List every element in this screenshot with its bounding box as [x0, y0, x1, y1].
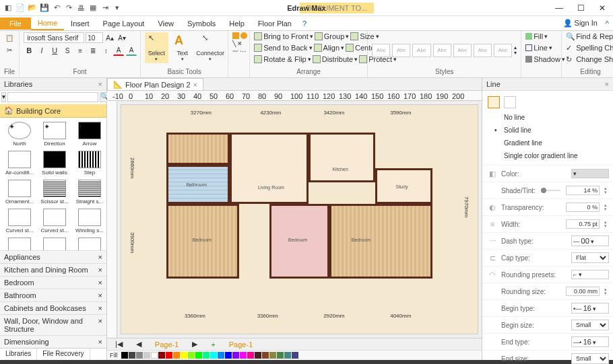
spelling-check-button[interactable]: ✓Spelling Check: [566, 44, 613, 52]
cat-dimensioning[interactable]: Dimensioning×: [0, 335, 106, 348]
cut-icon[interactable]: ✂: [4, 44, 15, 55]
color-swatch[interactable]: [240, 352, 247, 359]
shape-ornament[interactable]: Ornament...: [3, 178, 36, 206]
font-size-combo[interactable]: [86, 32, 103, 43]
italic-button[interactable]: I: [36, 45, 47, 56]
cap-select[interactable]: Flat: [571, 252, 609, 263]
strike-button[interactable]: S: [62, 45, 73, 56]
shape-curved1[interactable]: Curved st...: [3, 207, 36, 235]
style-swatch[interactable]: Abc: [412, 44, 430, 57]
room-bathroom[interactable]: Bathroom: [166, 165, 230, 204]
find-replace-button[interactable]: 🔍Find & Replace: [566, 32, 613, 40]
color-swatch[interactable]: [195, 352, 202, 359]
page-prev-icon[interactable]: ◀: [131, 339, 147, 349]
color-swatch[interactable]: [255, 352, 261, 359]
shape-extra3[interactable]: [73, 236, 106, 250]
cat-cabinets[interactable]: Cabinets and Bookcases×: [0, 301, 106, 314]
file-menu-button[interactable]: File: [0, 17, 31, 30]
shade-input[interactable]: [566, 186, 600, 195]
tab-view[interactable]: View: [151, 17, 181, 30]
change-shape-button[interactable]: ↻Change Shape ▾: [566, 55, 613, 63]
qat-undo-icon[interactable]: ↶: [51, 3, 62, 13]
font-name-combo[interactable]: [24, 32, 84, 43]
font-shrink-icon[interactable]: A▾: [117, 32, 127, 43]
color-swatch[interactable]: [136, 352, 143, 359]
align-arr-icon[interactable]: [314, 44, 322, 52]
cat-wall-door[interactable]: Wall, Door, Window and Structure×: [0, 314, 106, 335]
style-swatch[interactable]: Abc: [453, 44, 472, 57]
qat-print-icon[interactable]: 🖶: [75, 3, 86, 13]
tab-insert[interactable]: Insert: [64, 17, 96, 30]
shape-curve-icon[interactable]: 〰: [232, 48, 238, 55]
shape-extra2[interactable]: [38, 236, 71, 250]
close-panel-icon[interactable]: ×: [605, 80, 609, 88]
page-tab-1b[interactable]: Page-1: [224, 340, 258, 349]
shape-line-icon[interactable]: ╲: [232, 40, 236, 47]
color-swatch[interactable]: [218, 352, 224, 359]
qat-export-icon[interactable]: ⇥: [100, 3, 110, 13]
line-opt-single-gradient[interactable]: Single color gradient line: [488, 149, 608, 162]
color-swatch[interactable]: [151, 352, 158, 359]
line-opt-solid[interactable]: Solid line: [488, 124, 608, 137]
canvas-scroll[interactable]: 3270mm 4230mm 3420mm 3590mm 3360mm 3360m…: [107, 101, 482, 338]
qat-preview-icon[interactable]: ▦: [88, 3, 98, 13]
shape-air-cond[interactable]: Air-conditi...: [3, 149, 36, 177]
color-swatch[interactable]: [262, 352, 269, 359]
width-input[interactable]: [566, 219, 600, 229]
text-tool[interactable]: AText▾: [171, 32, 195, 63]
style-swatch[interactable]: Abc: [372, 44, 390, 57]
color-swatch[interactable]: [166, 352, 172, 359]
tab-help[interactable]: Help: [222, 17, 251, 30]
align-icon[interactable]: ≣: [88, 45, 98, 56]
distribute-icon[interactable]: [313, 55, 321, 63]
page-tab-1[interactable]: Page-1: [150, 340, 184, 349]
room-study[interactable]: Study: [375, 168, 432, 204]
style-swatch[interactable]: Abc: [474, 44, 492, 57]
shape-curved2[interactable]: Curved st...: [38, 207, 71, 235]
minimize-button[interactable]: —: [551, 3, 567, 13]
shape-extra1[interactable]: [3, 236, 36, 250]
doc-tab-active[interactable]: 📐Floor Plan Design 2×: [107, 78, 203, 90]
bring-front-icon[interactable]: [254, 32, 262, 40]
shade-slider[interactable]: [541, 190, 560, 191]
connector-tool[interactable]: ⤡Connector▾: [197, 32, 224, 63]
style-scroll[interactable]: ▴▾: [514, 45, 517, 56]
qat-save-icon[interactable]: 💾: [39, 3, 50, 13]
style-swatch[interactable]: Abc: [433, 44, 451, 57]
shape-north[interactable]: ✦North: [3, 120, 36, 148]
color-swatch[interactable]: [269, 352, 276, 359]
close-panel-icon[interactable]: ×: [98, 80, 102, 88]
color-swatch[interactable]: [284, 352, 291, 359]
style-swatch[interactable]: Abc: [392, 44, 410, 57]
font-color-icon[interactable]: A: [113, 45, 124, 56]
room-bedroom3[interactable]: Bedroom: [329, 204, 432, 279]
color-swatch[interactable]: [203, 352, 209, 359]
line-opt-none[interactable]: No line: [488, 111, 608, 124]
group-icon[interactable]: [315, 32, 323, 40]
qat-open-icon[interactable]: 📂: [27, 3, 38, 13]
rpreset-select[interactable]: ⌐ ▾: [571, 270, 609, 279]
color-swatch[interactable]: [129, 352, 135, 359]
qat-dropdown-icon[interactable]: ▾: [112, 3, 123, 13]
room-kitchen[interactable]: Kitchen: [309, 133, 375, 182]
cat-bedroom[interactable]: Bedroom×: [0, 276, 106, 289]
color-swatch[interactable]: [188, 352, 195, 359]
canvas[interactable]: 3270mm 4230mm 3420mm 3590mm 3360mm 3360m…: [121, 104, 478, 334]
color-swatch[interactable]: [247, 352, 254, 359]
highlight-icon[interactable]: A: [126, 45, 137, 56]
cat-appliances[interactable]: Appliances×: [0, 250, 106, 263]
page-first-icon[interactable]: |◀: [110, 339, 128, 349]
line-tab-icon[interactable]: [488, 96, 500, 108]
maximize-button[interactable]: ☐: [573, 3, 589, 13]
qat-logo[interactable]: ◧: [3, 3, 13, 13]
library-dropdown-icon[interactable]: ▾: [1, 92, 6, 102]
shape-direction[interactable]: ✦Direction: [38, 120, 71, 148]
dash-select[interactable]: — 00 ▾: [571, 235, 609, 246]
size-icon[interactable]: [350, 32, 358, 40]
room-bedroom1[interactable]: Bedroom: [166, 204, 239, 279]
cat-kitchen[interactable]: Kitchen and Dining Room×: [0, 263, 106, 276]
color-swatch[interactable]: [210, 352, 217, 359]
page-add-icon[interactable]: +: [205, 340, 220, 349]
underline-button[interactable]: U: [49, 45, 60, 56]
room-bedroom2[interactable]: Bedroom: [269, 204, 330, 279]
